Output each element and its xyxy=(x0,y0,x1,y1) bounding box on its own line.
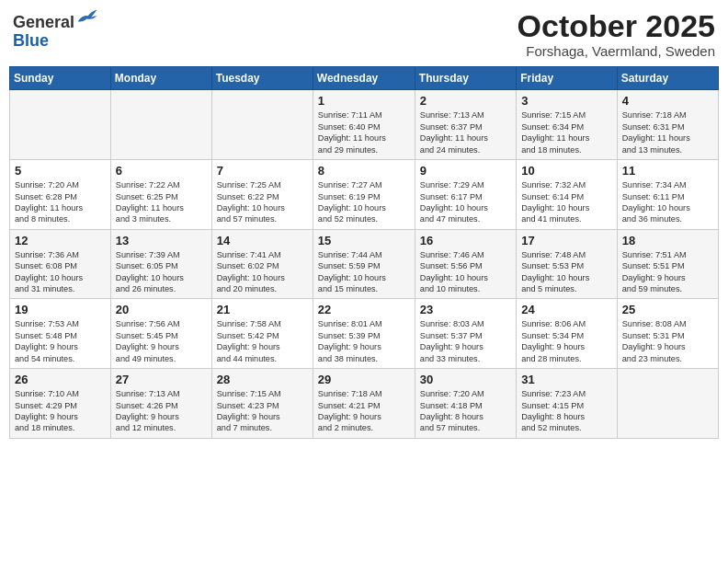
day-info: Sunrise: 7:23 AM Sunset: 4:15 PM Dayligh… xyxy=(521,388,612,434)
col-header-monday: Monday xyxy=(110,67,211,90)
day-info: Sunrise: 7:48 AM Sunset: 5:53 PM Dayligh… xyxy=(521,249,612,295)
calendar-cell: 24Sunrise: 8:06 AM Sunset: 5:34 PM Dayli… xyxy=(517,299,618,369)
day-info: Sunrise: 7:22 AM Sunset: 6:25 PM Dayligh… xyxy=(116,179,207,225)
calendar-cell: 7Sunrise: 7:25 AM Sunset: 6:22 PM Daylig… xyxy=(211,160,313,230)
calendar-cell: 6Sunrise: 7:22 AM Sunset: 6:25 PM Daylig… xyxy=(110,160,211,230)
day-info: Sunrise: 7:15 AM Sunset: 4:23 PM Dayligh… xyxy=(217,388,308,434)
day-number: 29 xyxy=(318,373,410,386)
calendar-cell: 15Sunrise: 7:44 AM Sunset: 5:59 PM Dayli… xyxy=(313,229,415,299)
calendar-header-row: SundayMondayTuesdayWednesdayThursdayFrid… xyxy=(10,67,719,90)
calendar-week-row: 1Sunrise: 7:11 AM Sunset: 6:40 PM Daylig… xyxy=(10,90,719,160)
calendar-cell: 4Sunrise: 7:18 AM Sunset: 6:31 PM Daylig… xyxy=(617,90,718,160)
day-number: 12 xyxy=(15,234,106,247)
calendar-week-row: 19Sunrise: 7:53 AM Sunset: 5:48 PM Dayli… xyxy=(10,299,719,369)
day-number: 24 xyxy=(521,303,612,316)
calendar-week-row: 12Sunrise: 7:36 AM Sunset: 6:08 PM Dayli… xyxy=(10,229,719,299)
calendar-cell xyxy=(10,90,111,160)
day-info: Sunrise: 7:51 AM Sunset: 5:51 PM Dayligh… xyxy=(622,249,713,295)
day-number: 16 xyxy=(420,234,511,247)
calendar-cell: 16Sunrise: 7:46 AM Sunset: 5:56 PM Dayli… xyxy=(415,229,516,299)
page-header: General Blue October 2025 Forshaga, Vaer… xyxy=(9,9,719,59)
col-header-tuesday: Tuesday xyxy=(211,67,313,90)
day-info: Sunrise: 7:11 AM Sunset: 6:40 PM Dayligh… xyxy=(318,109,410,155)
calendar-cell: 27Sunrise: 7:13 AM Sunset: 4:26 PM Dayli… xyxy=(110,369,211,439)
calendar-cell: 17Sunrise: 7:48 AM Sunset: 5:53 PM Dayli… xyxy=(517,229,618,299)
calendar-cell: 22Sunrise: 8:01 AM Sunset: 5:39 PM Dayli… xyxy=(313,299,415,369)
calendar-cell: 12Sunrise: 7:36 AM Sunset: 6:08 PM Dayli… xyxy=(10,229,111,299)
day-info: Sunrise: 7:44 AM Sunset: 5:59 PM Dayligh… xyxy=(318,249,410,295)
day-info: Sunrise: 7:20 AM Sunset: 4:18 PM Dayligh… xyxy=(420,388,511,434)
calendar-cell: 5Sunrise: 7:20 AM Sunset: 6:28 PM Daylig… xyxy=(10,160,111,230)
calendar-cell: 11Sunrise: 7:34 AM Sunset: 6:11 PM Dayli… xyxy=(617,160,718,230)
day-number: 5 xyxy=(15,164,106,178)
day-number: 3 xyxy=(521,94,612,108)
logo-general: General xyxy=(13,13,74,31)
day-info: Sunrise: 7:32 AM Sunset: 6:14 PM Dayligh… xyxy=(521,179,612,225)
calendar-cell xyxy=(110,90,211,160)
calendar-cell: 25Sunrise: 8:08 AM Sunset: 5:31 PM Dayli… xyxy=(617,299,718,369)
logo: General Blue xyxy=(13,9,98,51)
calendar-cell: 21Sunrise: 7:58 AM Sunset: 5:42 PM Dayli… xyxy=(211,299,313,369)
day-number: 4 xyxy=(622,94,713,108)
day-info: Sunrise: 7:27 AM Sunset: 6:19 PM Dayligh… xyxy=(318,179,410,225)
calendar-cell: 14Sunrise: 7:41 AM Sunset: 6:02 PM Dayli… xyxy=(211,229,313,299)
logo-blue: Blue xyxy=(13,31,49,50)
logo-bird-icon xyxy=(76,7,98,26)
day-number: 22 xyxy=(318,303,410,316)
day-number: 20 xyxy=(116,303,207,316)
calendar-cell: 31Sunrise: 7:23 AM Sunset: 4:15 PM Dayli… xyxy=(517,369,618,439)
col-header-thursday: Thursday xyxy=(415,67,516,90)
day-number: 31 xyxy=(521,373,612,386)
day-number: 30 xyxy=(420,373,511,386)
calendar-cell: 10Sunrise: 7:32 AM Sunset: 6:14 PM Dayli… xyxy=(517,160,618,230)
col-header-saturday: Saturday xyxy=(617,67,718,90)
calendar-cell: 19Sunrise: 7:53 AM Sunset: 5:48 PM Dayli… xyxy=(10,299,111,369)
day-info: Sunrise: 7:29 AM Sunset: 6:17 PM Dayligh… xyxy=(420,179,511,225)
day-info: Sunrise: 7:13 AM Sunset: 6:37 PM Dayligh… xyxy=(420,109,511,155)
day-info: Sunrise: 7:13 AM Sunset: 4:26 PM Dayligh… xyxy=(116,388,207,434)
calendar-cell: 29Sunrise: 7:18 AM Sunset: 4:21 PM Dayli… xyxy=(313,369,415,439)
calendar-cell xyxy=(211,90,313,160)
day-number: 21 xyxy=(217,303,308,316)
day-number: 2 xyxy=(420,94,511,108)
day-number: 15 xyxy=(318,234,410,247)
calendar-cell: 1Sunrise: 7:11 AM Sunset: 6:40 PM Daylig… xyxy=(313,90,415,160)
month-title: October 2025 xyxy=(518,9,715,43)
day-number: 26 xyxy=(15,373,106,386)
location: Forshaga, Vaermland, Sweden xyxy=(518,43,715,59)
day-number: 6 xyxy=(116,164,207,178)
day-info: Sunrise: 7:39 AM Sunset: 6:05 PM Dayligh… xyxy=(116,249,207,295)
calendar-cell: 30Sunrise: 7:20 AM Sunset: 4:18 PM Dayli… xyxy=(415,369,516,439)
day-info: Sunrise: 7:10 AM Sunset: 4:29 PM Dayligh… xyxy=(15,388,106,434)
col-header-friday: Friday xyxy=(517,67,618,90)
calendar-cell: 28Sunrise: 7:15 AM Sunset: 4:23 PM Dayli… xyxy=(211,369,313,439)
day-info: Sunrise: 8:06 AM Sunset: 5:34 PM Dayligh… xyxy=(521,318,612,364)
day-number: 23 xyxy=(420,303,511,316)
calendar-cell: 3Sunrise: 7:15 AM Sunset: 6:34 PM Daylig… xyxy=(517,90,618,160)
day-info: Sunrise: 7:36 AM Sunset: 6:08 PM Dayligh… xyxy=(15,249,106,295)
day-number: 19 xyxy=(15,303,106,316)
day-info: Sunrise: 7:41 AM Sunset: 6:02 PM Dayligh… xyxy=(217,249,308,295)
calendar-cell: 20Sunrise: 7:56 AM Sunset: 5:45 PM Dayli… xyxy=(110,299,211,369)
col-header-sunday: Sunday xyxy=(10,67,111,90)
day-number: 1 xyxy=(318,94,410,108)
calendar-week-row: 26Sunrise: 7:10 AM Sunset: 4:29 PM Dayli… xyxy=(10,369,719,439)
calendar-cell: 26Sunrise: 7:10 AM Sunset: 4:29 PM Dayli… xyxy=(10,369,111,439)
day-info: Sunrise: 7:18 AM Sunset: 6:31 PM Dayligh… xyxy=(622,109,713,155)
day-number: 18 xyxy=(622,234,713,247)
day-number: 14 xyxy=(217,234,308,247)
day-info: Sunrise: 7:25 AM Sunset: 6:22 PM Dayligh… xyxy=(217,179,308,225)
day-number: 11 xyxy=(622,164,713,178)
day-info: Sunrise: 7:56 AM Sunset: 5:45 PM Dayligh… xyxy=(116,318,207,364)
calendar-cell: 23Sunrise: 8:03 AM Sunset: 5:37 PM Dayli… xyxy=(415,299,516,369)
day-number: 13 xyxy=(116,234,207,247)
day-info: Sunrise: 8:01 AM Sunset: 5:39 PM Dayligh… xyxy=(318,318,410,364)
calendar-cell: 2Sunrise: 7:13 AM Sunset: 6:37 PM Daylig… xyxy=(415,90,516,160)
title-block: October 2025 Forshaga, Vaermland, Sweden xyxy=(518,9,715,59)
calendar-week-row: 5Sunrise: 7:20 AM Sunset: 6:28 PM Daylig… xyxy=(10,160,719,230)
day-info: Sunrise: 7:18 AM Sunset: 4:21 PM Dayligh… xyxy=(318,388,410,434)
calendar-cell xyxy=(617,369,718,439)
day-info: Sunrise: 7:20 AM Sunset: 6:28 PM Dayligh… xyxy=(15,179,106,225)
calendar-cell: 9Sunrise: 7:29 AM Sunset: 6:17 PM Daylig… xyxy=(415,160,516,230)
calendar-table: SundayMondayTuesdayWednesdayThursdayFrid… xyxy=(9,66,719,438)
